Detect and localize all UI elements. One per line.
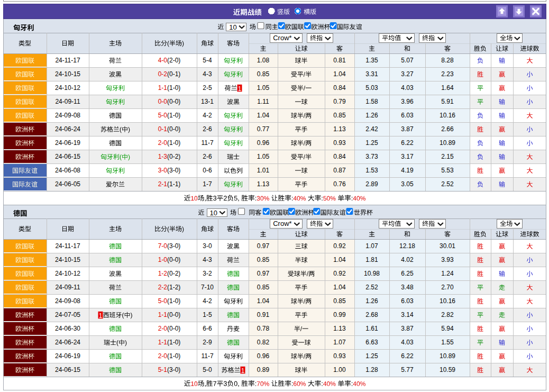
svg-text:1-0: 1-0 — [158, 256, 168, 263]
svg-text:3.96: 3.96 — [401, 98, 414, 105]
svg-text:0.93: 0.93 — [333, 139, 346, 147]
svg-text:1.08: 1.08 — [257, 57, 270, 64]
svg-text:1.01: 1.01 — [257, 167, 270, 174]
svg-text:1.64: 1.64 — [441, 84, 454, 92]
svg-text:10: 10 — [210, 209, 217, 217]
svg-text:13-1: 13-1 — [201, 98, 214, 105]
svg-text:1.35: 1.35 — [365, 57, 378, 64]
svg-text:3.48: 3.48 — [401, 284, 414, 291]
svg-text:3.87: 3.87 — [401, 125, 414, 133]
svg-text:1.04: 1.04 — [333, 284, 346, 291]
svg-text:4.19: 4.19 — [401, 167, 414, 174]
svg-text:1.28: 1.28 — [365, 366, 378, 373]
svg-text:3.14: 3.14 — [401, 311, 414, 318]
svg-text:(2-0): (2-0) — [167, 57, 180, 64]
svg-text:6.22: 6.22 — [401, 352, 414, 360]
svg-text:1.26: 1.26 — [365, 297, 378, 305]
svg-text:6.03: 6.03 — [401, 112, 414, 119]
svg-text:24-10-15: 24-10-15 — [55, 70, 80, 78]
svg-text:(3-0): (3-0) — [167, 242, 180, 250]
svg-text:3.31: 3.31 — [365, 70, 378, 78]
svg-text:5-0: 5-0 — [158, 297, 168, 305]
svg-text:24-11-17: 24-11-17 — [55, 57, 80, 64]
svg-text:0.84: 0.84 — [333, 84, 346, 92]
svg-text:(0-0): (0-0) — [167, 311, 180, 318]
svg-text:24-06-19: 24-06-19 — [55, 352, 80, 360]
svg-text:2.66: 2.66 — [441, 125, 454, 133]
svg-text:(3-0): (3-0) — [167, 366, 180, 373]
svg-text:0.91: 0.91 — [257, 311, 270, 318]
svg-text:2-5: 2-5 — [203, 84, 212, 92]
svg-text:1.25: 1.25 — [365, 139, 378, 147]
svg-text:2-0: 2-0 — [158, 139, 168, 147]
svg-text:1-1: 1-1 — [158, 339, 168, 346]
svg-text:2.23: 2.23 — [441, 70, 454, 78]
svg-text:6.25: 6.25 — [401, 270, 414, 277]
svg-text:0-1: 0-1 — [158, 125, 168, 133]
svg-text:10.89: 10.89 — [440, 352, 455, 360]
svg-text:0.84: 0.84 — [333, 153, 346, 160]
svg-text:(0-2): (0-2) — [167, 270, 180, 277]
svg-text:11-7: 11-7 — [201, 139, 213, 147]
svg-text:1.07: 1.07 — [365, 242, 378, 250]
svg-text:1.13: 1.13 — [257, 180, 270, 188]
svg-text:2.89: 2.89 — [365, 180, 378, 188]
svg-text:10.16: 10.16 — [440, 112, 455, 119]
svg-text:(1-0): (1-0) — [167, 339, 180, 346]
svg-text:24-10-12: 24-10-12 — [55, 84, 80, 92]
svg-text:0.92: 0.92 — [333, 270, 346, 277]
svg-text:24-06-30: 24-06-30 — [55, 325, 80, 332]
svg-text:0.85: 0.85 — [333, 112, 346, 119]
svg-text:3.93: 3.93 — [441, 256, 454, 263]
svg-text:4-3: 4-3 — [203, 70, 212, 78]
svg-text:0.87: 0.87 — [333, 167, 346, 174]
svg-text:2.68: 2.68 — [365, 311, 378, 318]
svg-text:1.13: 1.13 — [333, 125, 346, 133]
svg-text:24-10-15: 24-10-15 — [55, 256, 80, 263]
svg-text:(1-0): (1-0) — [167, 84, 180, 92]
svg-text:3-2: 3-2 — [203, 270, 212, 277]
svg-text:1.26: 1.26 — [365, 112, 378, 119]
svg-text:4.03: 4.03 — [401, 339, 414, 346]
svg-text:4-3: 4-3 — [203, 256, 212, 263]
svg-text:5.03: 5.03 — [365, 84, 378, 92]
svg-text:5.53: 5.53 — [441, 167, 454, 174]
svg-text:24-06-15: 24-06-15 — [55, 153, 80, 160]
svg-text:2.52: 2.52 — [365, 284, 378, 291]
svg-text:7-10: 7-10 — [201, 284, 214, 291]
svg-text:4-2: 4-2 — [203, 297, 212, 305]
svg-text:2-6: 2-6 — [203, 153, 212, 160]
svg-text:0.97: 0.97 — [257, 270, 270, 277]
svg-text:0.79: 0.79 — [333, 98, 346, 105]
svg-text:(0-1): (0-1) — [167, 70, 180, 78]
svg-text:10.16: 10.16 — [440, 297, 455, 305]
svg-text:1: 1 — [241, 367, 245, 375]
svg-text:24-09-11: 24-09-11 — [55, 284, 80, 291]
svg-text:3.27: 3.27 — [401, 70, 414, 78]
svg-text:2-9: 2-9 — [203, 339, 212, 346]
svg-text:2-2: 2-2 — [158, 284, 168, 291]
svg-text:0.85: 0.85 — [257, 70, 270, 78]
svg-text:5-4: 5-4 — [203, 57, 212, 64]
svg-text:10: 10 — [229, 23, 236, 31]
svg-text:0.96: 0.96 — [257, 139, 270, 147]
svg-text:0.78: 0.78 — [257, 325, 270, 332]
svg-text:0.93: 0.93 — [333, 352, 346, 360]
svg-text:0.85: 0.85 — [257, 256, 270, 263]
svg-text:4-2: 4-2 — [203, 112, 212, 119]
svg-text:10.59: 10.59 — [440, 366, 455, 373]
svg-text:1-2: 1-2 — [158, 270, 168, 277]
svg-text:0-6: 0-6 — [203, 167, 212, 174]
svg-text:1: 1 — [99, 312, 103, 320]
svg-text:1.13: 1.13 — [333, 325, 346, 332]
svg-text:1.58: 1.58 — [365, 98, 378, 105]
svg-text:1.07: 1.07 — [333, 339, 346, 346]
svg-text:24-06-05: 24-06-05 — [55, 180, 80, 188]
svg-text:1.05: 1.05 — [257, 153, 270, 160]
svg-text:2.82: 2.82 — [441, 311, 454, 318]
svg-text:1.04: 1.04 — [257, 112, 270, 119]
svg-text:6.03: 6.03 — [401, 297, 414, 305]
svg-text:1.61: 1.61 — [365, 325, 378, 332]
svg-text:2-0: 2-0 — [158, 325, 168, 332]
svg-text:0.77: 0.77 — [257, 125, 270, 133]
